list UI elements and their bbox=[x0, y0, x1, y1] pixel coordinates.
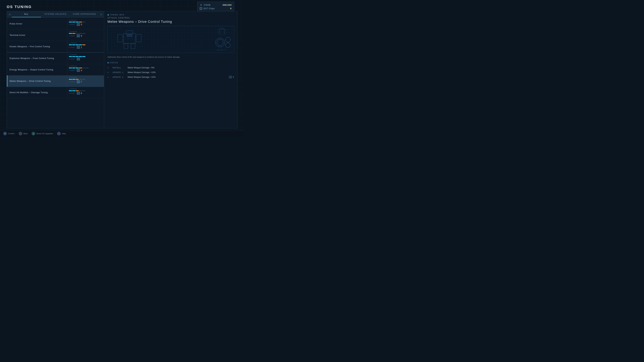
cost-row: COST 1 bbox=[69, 46, 102, 49]
svg-rect-1 bbox=[126, 31, 133, 34]
svg-rect-8 bbox=[127, 35, 132, 36]
list-item-selected[interactable]: Melee Weapons – Drive Control Tuning STA… bbox=[7, 75, 104, 87]
tab-system-unlocks[interactable]: SYSTEM UNLOCKS bbox=[41, 11, 70, 17]
back-hint: ○ :Back bbox=[19, 132, 28, 135]
update2-arrow-icon: » bbox=[108, 76, 111, 78]
confirm-hint: ✕ :Confirm bbox=[3, 132, 15, 135]
upgrade-effect: Melee Weapon Damage: +5% bbox=[128, 66, 234, 69]
bar-empty bbox=[82, 67, 85, 68]
bar bbox=[72, 67, 75, 68]
bar bbox=[72, 22, 75, 22]
list-item[interactable]: Terminal Armor STATUS COST bbox=[7, 29, 104, 41]
item-stats: STATUS COST bbox=[67, 64, 104, 75]
cost-label-text: COST bbox=[69, 46, 75, 48]
item-name: Terminal Armor bbox=[7, 29, 67, 41]
status-label-text: STATUS bbox=[69, 31, 102, 32]
tuning-title: Melee Weapons – Drive Control Tuning bbox=[108, 20, 234, 24]
status-label-text: STATUS bbox=[69, 19, 102, 21]
status-bars bbox=[69, 67, 102, 68]
bar bbox=[76, 44, 79, 45]
bar-empty bbox=[79, 79, 82, 80]
cost-row: COST 7 bbox=[69, 80, 102, 83]
status-bars bbox=[69, 90, 102, 91]
bar-orange bbox=[76, 90, 79, 91]
tab-core-expansions[interactable]: CORE EXPANSIONS bbox=[70, 11, 99, 17]
cost-value: 1 bbox=[81, 46, 82, 49]
bar bbox=[79, 56, 82, 57]
list-item[interactable]: Pulse Armor STATUS COST bbox=[7, 18, 104, 29]
item-list: Pulse Armor STATUS COST bbox=[7, 17, 104, 128]
bar-orange bbox=[72, 33, 75, 34]
status-label-text: STATUS bbox=[69, 54, 102, 55]
bar bbox=[69, 79, 72, 80]
cost-section: 7 bbox=[77, 80, 82, 83]
upgrade-cost-chip-icon bbox=[229, 76, 232, 78]
cost-row: COST 5 bbox=[69, 34, 102, 37]
bar bbox=[72, 79, 75, 80]
mech-svg bbox=[111, 28, 148, 49]
upgrade-effect: Melee Weapon Damage: +15% bbox=[128, 76, 228, 78]
upgrade-row-update2: » UPDATE .2 Melee Weapon Damage: +15% 7 bbox=[108, 75, 234, 79]
bar-orange bbox=[79, 67, 82, 68]
tab-next-btn[interactable]: ▷ bbox=[99, 11, 104, 17]
tabs-bar: ◁ ALL SYSTEM UNLOCKS CORE EXPANSIONS ▷ bbox=[7, 11, 104, 17]
bar bbox=[76, 67, 79, 68]
status-bars bbox=[69, 44, 102, 45]
status-bars bbox=[69, 22, 102, 22]
upgrade-row-update1: » UPDATE .1 Melee Weapon Damage: +10% bbox=[108, 70, 234, 75]
bar bbox=[69, 90, 72, 91]
blueprint-circle-sm-2 bbox=[226, 43, 230, 48]
list-item[interactable]: Kinetic Weapons – Fire Control Tuning ST… bbox=[7, 41, 104, 52]
blueprint-circle-sm bbox=[226, 37, 230, 42]
main-container: OS TUNING ◁ ALL SYSTEM UNLOCKS CORE EXPA… bbox=[7, 3, 238, 128]
item-name: Pulse Armor bbox=[7, 18, 67, 29]
triangle-button: △ bbox=[32, 132, 35, 135]
svg-rect-14 bbox=[224, 29, 226, 33]
status-label-text: STATUS bbox=[69, 77, 102, 78]
blueprint-circle-inner bbox=[217, 39, 224, 45]
upgrade-label: INSTALL bbox=[112, 67, 126, 69]
list-item[interactable]: Direct Hit Modifier – Damage Tuning STAT… bbox=[7, 87, 104, 98]
bar-orange bbox=[76, 79, 79, 80]
item-stats: STATUS COST 5 bbox=[67, 29, 104, 41]
content-area: ◁ ALL SYSTEM UNLOCKS CORE EXPANSIONS ▷ P… bbox=[7, 11, 238, 128]
bar bbox=[79, 44, 82, 45]
mech-drawing bbox=[108, 26, 234, 53]
tab-all[interactable]: ALL bbox=[12, 11, 41, 17]
bar bbox=[72, 90, 75, 91]
tab-prev-btn[interactable]: ◁ bbox=[7, 11, 12, 17]
svg-rect-4 bbox=[124, 43, 128, 49]
status-bars bbox=[69, 56, 102, 57]
upgrade-effect: Melee Weapon Damage: +10% bbox=[128, 71, 234, 73]
status-section-dot bbox=[108, 62, 109, 63]
list-item[interactable]: Energy Weapons – Output Control Tuning S… bbox=[7, 64, 104, 75]
svg-rect-2 bbox=[118, 34, 123, 42]
bar-empty bbox=[82, 79, 85, 80]
item-stats: STATUS COST bbox=[67, 53, 104, 64]
cost-value: 7 bbox=[81, 80, 82, 83]
blueprint-left bbox=[111, 28, 205, 51]
left-panel: ◁ ALL SYSTEM UNLOCKS CORE EXPANSIONS ▷ P… bbox=[7, 11, 104, 128]
bar bbox=[72, 56, 75, 57]
svg-rect-5 bbox=[131, 43, 135, 49]
cost-value: 5 bbox=[81, 34, 82, 37]
list-item[interactable]: Explosive Weapons – Fuse Control Tuning … bbox=[7, 53, 104, 64]
item-name: Kinetic Weapons – Fire Control Tuning bbox=[7, 41, 67, 52]
reset-hint: △ :Reset OS Upgrades bbox=[32, 132, 53, 135]
attack-control-label: ATTACK CONTROL bbox=[108, 17, 234, 19]
svg-rect-3 bbox=[136, 34, 141, 42]
mech-side-svg bbox=[214, 28, 230, 36]
status-section-title: STATUS bbox=[108, 62, 234, 64]
bar bbox=[69, 22, 72, 22]
blueprint-area bbox=[108, 26, 234, 53]
tuning-info-label: TUNING INFO bbox=[108, 14, 234, 16]
bar bbox=[76, 56, 79, 57]
bar-empty bbox=[79, 33, 82, 34]
chip-icon bbox=[77, 34, 80, 37]
cost-section: 5 bbox=[77, 34, 82, 37]
cost-row: COST bbox=[69, 58, 102, 60]
bar bbox=[69, 44, 72, 45]
chip-icon bbox=[77, 69, 80, 72]
bar-empty bbox=[82, 22, 85, 22]
chip-icon bbox=[77, 92, 80, 94]
